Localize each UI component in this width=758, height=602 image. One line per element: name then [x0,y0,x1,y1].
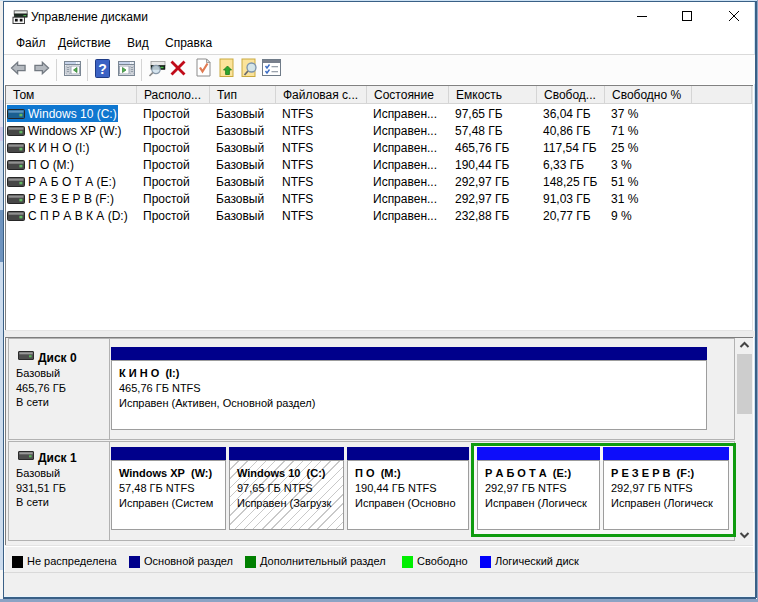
svg-text:?: ? [98,61,107,77]
